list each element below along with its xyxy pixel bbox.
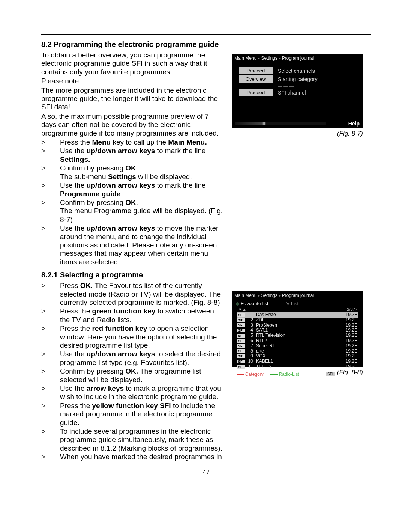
fig87-caption: (Fig. 8-7) (232, 130, 363, 137)
fig87-button: Proceed (239, 67, 273, 74)
step-item: >Use the up/down arrow keys to mark the … (41, 181, 225, 198)
fig88-row: SFI6RTL219.2E (237, 338, 358, 344)
fig88-row: SFI9VOX19.2E (237, 354, 358, 359)
step-item: >When you have marked the desired progra… (41, 453, 225, 461)
figure-column: Main Menu▸Settings▸Program journal Proce… (232, 40, 371, 462)
fig88-row: SFI5RTL Television19.2E (237, 333, 358, 338)
note-para-1: The more programmes are included in the … (41, 86, 225, 112)
step-item: >Press the red function key to open a se… (41, 324, 225, 350)
step-item: >Confirm by pressing OK.The menu Program… (41, 199, 225, 224)
step-item: >Press the Menu key to call up the Main … (41, 138, 225, 146)
step-item: >Use the up/down arrow keys to move the … (41, 224, 225, 266)
intro-para: To obtain a better overview, you can pro… (41, 51, 225, 76)
steps-list-2: >Press OK. The Favourites list of the cu… (41, 282, 225, 461)
step-item: >Use the up/down arrow keys to mark the … (41, 147, 225, 164)
step-item: >Press the yellow function key SFI to in… (41, 402, 225, 427)
steps-list-1: >Press the Menu key to call up the Main … (41, 138, 225, 266)
fig88-radiolist: Radio-List (270, 372, 300, 377)
note-para-2: Also, the maximum possible programme pre… (41, 112, 225, 137)
fig87-breadcrumb: Main Menu▸Settings▸Program journal (232, 54, 363, 62)
fig88-sfi: SFI (326, 372, 335, 376)
step-item: >Press OK. The Favourites list of the cu… (41, 282, 225, 307)
step-item: >Confirm by pressing OK. The programme l… (41, 367, 225, 384)
fig87-label: — — — (277, 84, 356, 89)
fig88-row: SFI8arte19.2E (237, 349, 358, 354)
fig88-row: SFI10KABEL119.2E (237, 359, 358, 364)
fig88-breadcrumb: Main Menu▸Settings▸Program journal (232, 292, 363, 299)
fig88-tab-other: TV-List (284, 301, 298, 306)
fig88-tab-active: Favourite list (236, 301, 268, 306)
note-label: Please note: (41, 77, 225, 85)
fig88-row: SFI2ZDF19.2E (237, 318, 358, 323)
step-item: >Confirm by pressing OK.The sub-menu Set… (41, 164, 225, 181)
step-item: >To include several programmes in the el… (41, 427, 225, 452)
fig87-button: Overview (239, 75, 273, 83)
fig87-button: Proceed (239, 89, 273, 96)
fig88-row: SFI4SAT.119.2E (237, 328, 358, 333)
step-item: >Press the green function key to switch … (41, 307, 225, 324)
fig88-row: SFI1Das Erste19.2E (237, 312, 358, 318)
page-number: 47 (41, 469, 371, 476)
subsection-heading: 8.2.1 Selecting a programme (41, 271, 225, 279)
figure-8-8: Main Menu▸Settings▸Program journal Favou… (232, 291, 363, 367)
main-text-column: 8.2 Programming the electronic programme… (41, 40, 225, 462)
fig88-row: SFI3ProSieben19.2E (237, 323, 358, 328)
step-item: >Use the arrow keys to mark a programme … (41, 384, 225, 401)
fig88-row: SFI7Super RTL19.2E (237, 344, 358, 349)
fig87-help: Help (348, 121, 360, 127)
section-heading: 8.2 Programming the electronic programme… (41, 40, 225, 49)
fig87-label: SFI channel (277, 89, 356, 97)
figure-8-7: Main Menu▸Settings▸Program journal Proce… (232, 54, 363, 128)
fig88-category: Category (236, 372, 264, 377)
fig87-label: Select channels (277, 67, 356, 75)
rule-bottom (41, 466, 371, 466)
fig88-sort: ▼▲ (238, 307, 246, 312)
step-item: >Use the up/down arrow keys to select th… (41, 350, 225, 367)
fig87-label: Starting category (277, 75, 356, 84)
rule-top (41, 34, 371, 35)
fig88-list: SFI1Das Erste19.2ESFI2ZDF19.2ESFI3ProSie… (232, 312, 363, 369)
fig88-counter: 2/377 (347, 307, 357, 312)
